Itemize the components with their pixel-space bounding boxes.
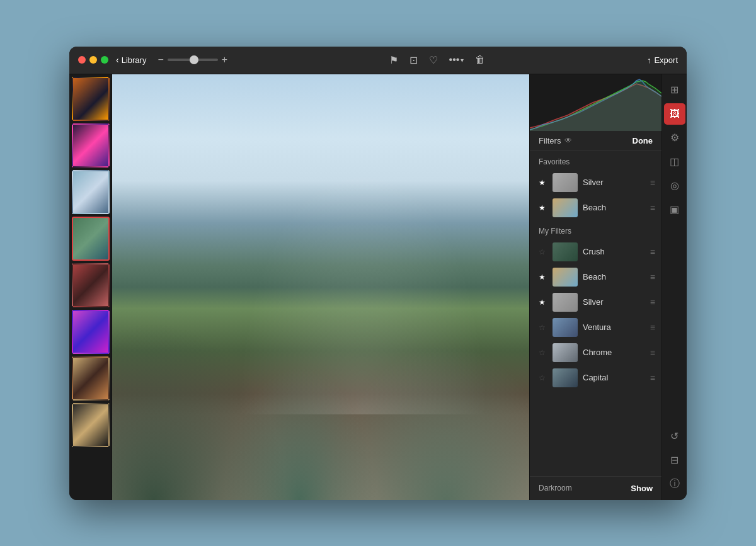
maximize-button[interactable]	[101, 56, 108, 64]
star-button[interactable]: ☆	[536, 347, 547, 358]
filter-name: Crush	[583, 247, 645, 256]
titlebar-left: ‹ Library − +	[116, 55, 227, 65]
star-button[interactable]: ☆	[536, 322, 547, 333]
favorites-section-header: Favorites	[530, 151, 662, 170]
filter-menu-icon[interactable]: ≡	[650, 297, 655, 307]
star-button[interactable]: ★	[536, 177, 547, 188]
icon-rail: ⊞ 🖼 ⚙ ◫ ◎ ▣ ↺ ⊟ ⓘ	[662, 74, 687, 500]
filters-text: Filters	[539, 136, 561, 145]
heart-icon[interactable]: ♡	[429, 54, 438, 66]
compare-tool-icon[interactable]: ⊟	[664, 450, 685, 471]
filters-header: Filters 👁 Done	[530, 131, 662, 151]
titlebar-right: ↑ Export	[647, 55, 678, 65]
back-button[interactable]: ‹ Library	[116, 55, 146, 65]
filter-menu-icon[interactable]: ≡	[650, 178, 655, 188]
filter-thumbnail	[553, 318, 578, 337]
filter-name: Silver	[583, 178, 645, 187]
close-button[interactable]	[78, 56, 86, 64]
crop-tool-icon[interactable]: ⊞	[664, 79, 685, 101]
done-button[interactable]: Done	[633, 136, 653, 145]
thumbnail-item[interactable]	[72, 263, 110, 307]
more-options-button[interactable]: ••• ▾	[449, 54, 464, 65]
selective-tool-icon[interactable]: ◫	[664, 151, 685, 173]
delete-icon[interactable]: 🗑	[475, 54, 485, 65]
my-filters-section-header: My Filters	[530, 220, 662, 239]
filter-thumbnail	[553, 242, 578, 261]
filter-item-beach-fav[interactable]: ★ Beach ≡	[530, 195, 662, 220]
darkroom-label: Darkroom	[539, 484, 572, 492]
filter-menu-icon[interactable]: ≡	[650, 348, 655, 358]
back-chevron-icon: ‹	[116, 55, 119, 65]
thumbnail-item[interactable]	[72, 310, 110, 354]
titlebar: ‹ Library − + ⚑ ⊡ ♡ ••• ▾ 🗑 ↑	[69, 47, 687, 74]
filter-item-capital[interactable]: ☆ Capital ≡	[530, 365, 662, 390]
darkroom-footer: Darkroom Show	[530, 476, 662, 500]
filter-thumbnail	[553, 268, 578, 287]
info-tool-icon[interactable]: ⓘ	[664, 474, 685, 495]
star-button[interactable]: ☆	[536, 372, 547, 384]
filter-item-beach-my[interactable]: ★ Beach ≡	[530, 264, 662, 290]
zoom-controls: − +	[158, 55, 227, 65]
thumbnail-item[interactable]	[72, 403, 110, 447]
filter-name: Capital	[583, 373, 645, 382]
eye-icon: 👁	[564, 136, 572, 145]
flag-icon[interactable]: ⚑	[389, 54, 398, 66]
traffic-lights	[78, 56, 108, 64]
retouch-tool-icon[interactable]: ◎	[664, 175, 685, 196]
thumbnail-item[interactable]	[72, 123, 110, 168]
filter-thumbnail	[553, 343, 578, 362]
toolbar-icons: ⚑ ⊡ ♡ ••• ▾ 🗑	[227, 54, 647, 66]
thumbnail-sidebar	[69, 74, 112, 500]
filter-menu-icon[interactable]: ≡	[650, 373, 655, 383]
thumbnail-item[interactable]	[72, 217, 110, 261]
filter-item-silver-fav[interactable]: ★ Silver ≡	[530, 170, 662, 195]
crop-icon[interactable]: ⊡	[410, 54, 418, 66]
filter-thumbnail	[553, 173, 578, 192]
filter-name: Chrome	[583, 348, 645, 357]
star-button[interactable]: ★	[536, 297, 547, 308]
main-photo	[112, 74, 529, 500]
filter-item-crush[interactable]: ☆ Crush ≡	[530, 239, 662, 264]
filter-thumbnail	[553, 368, 578, 387]
histogram	[530, 74, 662, 131]
history-tool-icon[interactable]: ↺	[664, 426, 685, 447]
filter-menu-icon[interactable]: ≡	[650, 272, 655, 282]
export-button[interactable]: ↑ Export	[647, 55, 678, 65]
star-button[interactable]: ☆	[536, 246, 547, 258]
filter-item-chrome[interactable]: ☆ Chrome ≡	[530, 340, 662, 365]
export-icon: ↑	[647, 55, 651, 65]
filters-tool-icon[interactable]: 🖼	[664, 103, 685, 125]
thumbnail-item[interactable]	[72, 170, 110, 214]
back-label: Library	[122, 55, 147, 65]
sharpen-tool-icon[interactable]: ▣	[664, 199, 685, 220]
thumbnail-item[interactable]	[72, 356, 110, 401]
thumbnail-item[interactable]	[72, 77, 110, 121]
filter-thumbnail	[553, 198, 578, 217]
filters-label: Filters 👁	[539, 136, 572, 145]
dots-icon: •••	[449, 54, 460, 65]
filter-thumbnail	[553, 293, 578, 312]
filter-name: Beach	[583, 203, 645, 212]
darkroom-show-button[interactable]: Show	[631, 484, 653, 493]
main-content: Filters 👁 Done Favorites ★ Silver ≡ ★	[69, 74, 687, 500]
minimize-button[interactable]	[89, 56, 97, 64]
filter-item-silver-my[interactable]: ★ Silver ≡	[530, 290, 662, 315]
app-window: ‹ Library − + ⚑ ⊡ ♡ ••• ▾ 🗑 ↑	[69, 47, 687, 500]
zoom-in-button[interactable]: +	[222, 55, 227, 65]
filter-name: Silver	[583, 297, 645, 307]
filter-menu-icon[interactable]: ≡	[650, 247, 655, 257]
star-button[interactable]: ★	[536, 271, 547, 283]
adjust-tool-icon[interactable]: ⚙	[664, 127, 685, 149]
filter-name: Beach	[583, 272, 645, 282]
zoom-slider[interactable]	[168, 59, 218, 61]
filter-list: Favorites ★ Silver ≡ ★ Beach ≡ My Filter…	[530, 151, 662, 476]
main-photo-area	[112, 74, 529, 500]
zoom-thumb	[190, 55, 198, 64]
star-button[interactable]: ★	[536, 202, 547, 213]
right-panel: Filters 👁 Done Favorites ★ Silver ≡ ★	[529, 74, 662, 500]
zoom-out-button[interactable]: −	[158, 55, 163, 65]
filter-menu-icon[interactable]: ≡	[650, 322, 655, 333]
filter-item-ventura[interactable]: ☆ Ventura ≡	[530, 315, 662, 340]
export-label: Export	[654, 55, 678, 65]
filter-menu-icon[interactable]: ≡	[650, 203, 655, 213]
